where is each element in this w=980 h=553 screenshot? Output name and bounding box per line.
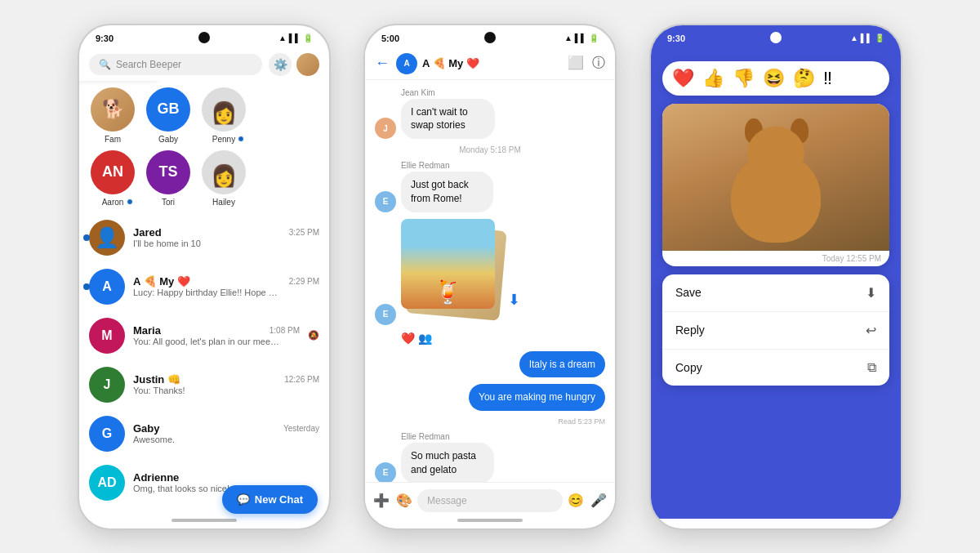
story-label-fam: Fam	[105, 135, 121, 144]
status-bar-1: 9:30 ▲ ▌▌ 🔋	[79, 25, 329, 48]
header-icons: ⚙️	[269, 53, 319, 76]
aaron-unread-dot	[127, 198, 133, 205]
mic-icon[interactable]: 🎤	[590, 493, 607, 508]
heart-reaction[interactable]: ❤️	[401, 332, 415, 345]
story-gaby[interactable]: GB Gaby	[146, 87, 190, 144]
emoji-icon[interactable]: 😊	[568, 493, 584, 508]
notch-1	[198, 32, 210, 43]
video-icon[interactable]: ⬜	[568, 55, 584, 72]
home-indicator-3	[743, 519, 808, 522]
avatar-adrienne: AD	[89, 465, 125, 501]
context-save-label: Save	[675, 286, 702, 299]
battery-icon: 🔋	[303, 33, 313, 42]
phone1-content: 🔍 Search Beeper ⚙️ Welcome to blue bubbl…	[79, 48, 329, 519]
chat-input-bar: ➕ 🎨 Message 😊 🎤	[365, 482, 615, 519]
sticker-icon[interactable]: 🎨	[396, 493, 412, 508]
chat-item-jared[interactable]: 👤 Jared 3:25 PM I'll be home in 10	[79, 213, 329, 262]
chat-name-maria: Maria	[133, 324, 161, 337]
reaction-laugh[interactable]: 😆	[763, 68, 785, 89]
story-aaron[interactable]: AN Aaron	[91, 150, 135, 207]
avatar-jared: 👤	[89, 220, 125, 256]
download-icon[interactable]: ⬇	[508, 291, 520, 309]
reaction-think[interactable]: 🤔	[793, 68, 815, 89]
photo-card: Today 12:55 PM	[662, 104, 889, 266]
search-icon: 🔍	[99, 59, 111, 70]
chat-item-maria[interactable]: M Maria 1:08 PM You: All good, let's pla…	[79, 311, 329, 360]
chat-time-maria: 1:08 PM	[270, 326, 300, 335]
chat-item-gaby[interactable]: G Gaby Yesterday Awesome.	[79, 409, 329, 458]
msg-ellie-1: Just got back from Rome!	[401, 172, 493, 212]
context-save[interactable]: Save ⬇	[662, 274, 889, 312]
chat-header: ← A A 🍕 My ❤️ ⬜ ⓘ	[365, 48, 615, 80]
chat-preview-jared: I'll be home in 10	[133, 239, 280, 248]
wifi-icon-2: ▲	[564, 33, 572, 42]
search-placeholder: Search Beeper	[116, 59, 181, 70]
img-inner: 🍹	[401, 219, 495, 309]
story-label-gaby: Gaby	[158, 135, 178, 144]
story-circle-tori: TS	[146, 150, 190, 194]
info-icon[interactable]: ⓘ	[592, 55, 605, 72]
chat-item-amy[interactable]: A A 🍕 My ❤️ 2:29 PM Lucy: Happy birthday…	[79, 262, 329, 311]
user-avatar[interactable]	[296, 53, 319, 76]
context-reply[interactable]: Reply ↩	[662, 312, 889, 350]
story-fam[interactable]: Welcome to blue bubbles! 🐕 Fam	[91, 87, 135, 144]
new-chat-button[interactable]: 💬 New Chat	[222, 485, 318, 514]
story-hailey[interactable]: 👩 Hailey	[202, 150, 246, 207]
reaction-exclaim[interactable]: ‼️	[823, 68, 832, 89]
chat-item-justin[interactable]: J Justin 👊 12:26 PM You: Thanks!	[79, 360, 329, 409]
messages-area: J Jean Kim I can't wait to swap stories …	[365, 80, 615, 482]
plus-icon[interactable]: ➕	[373, 493, 390, 508]
reply-icon: ↩	[866, 323, 876, 338]
status-icons-1: ▲ ▌▌ 🔋	[278, 33, 313, 42]
story-tori[interactable]: TS Tori	[146, 150, 190, 207]
settings-button[interactable]: ⚙️	[269, 53, 292, 76]
img-front: 🍹	[401, 219, 495, 309]
unread-dot-jared	[83, 234, 90, 241]
chat-time-jared: 3:25 PM	[289, 228, 319, 237]
notch-3	[770, 32, 782, 43]
context-reply-label: Reply	[675, 323, 705, 337]
chat-preview-justin: You: Thanks!	[133, 386, 280, 395]
context-copy[interactable]: Copy ⧉	[662, 350, 889, 386]
avatar-jean: J	[375, 118, 396, 139]
message-row-image: E 🍹 ⬇	[375, 219, 605, 325]
reaction-thumbsup[interactable]: 👍	[702, 68, 724, 89]
story-circle-hailey: 👩	[202, 150, 246, 194]
save-icon: ⬇	[866, 285, 876, 301]
chat-input[interactable]: Message	[417, 489, 563, 512]
mute-icon-maria: 🔕	[308, 330, 319, 341]
back-button[interactable]: ←	[375, 55, 390, 72]
chat-preview-maria: You: All good, let's plan in our meeting…	[133, 337, 280, 346]
story-penny[interactable]: 👩 Penny	[202, 87, 246, 144]
photo-timestamp: Today 12:55 PM	[662, 251, 889, 266]
phone3-content: ❤️ 👍 👎 😆 🤔 ‼️ Today 12:55 PM	[651, 48, 901, 519]
reaction-heart[interactable]: ❤️	[672, 68, 694, 89]
unread-dot-amy	[83, 283, 90, 290]
new-chat-icon: 💬	[237, 493, 250, 506]
new-chat-label: New Chat	[255, 493, 303, 506]
chat-info-justin: Justin 👊 12:26 PM You: Thanks!	[133, 373, 319, 395]
signal-icon-2: ▌▌	[575, 33, 586, 42]
timestamp-monday: Monday 5:18 PM	[375, 145, 605, 154]
home-indicator-1	[172, 519, 237, 522]
wifi-icon: ▲	[278, 33, 287, 42]
signal-icon: ▌▌	[289, 33, 301, 42]
sender-ellie: Ellie Redman	[401, 161, 532, 170]
stories-row-1: Welcome to blue bubbles! 🐕 Fam GB Gaby 👩…	[79, 81, 329, 150]
chat-header-icons: ⬜ ⓘ	[568, 55, 605, 72]
message-row-sent-1: Italy is a dream	[375, 351, 605, 378]
context-menu: Save ⬇ Reply ↩ Copy ⧉	[662, 274, 889, 386]
chat-time-gaby: Yesterday	[283, 424, 319, 433]
msg-sent-1: Italy is a dream	[519, 351, 605, 378]
faces-reaction[interactable]: 👥	[418, 332, 432, 345]
search-input-wrap[interactable]: 🔍 Search Beeper	[89, 54, 262, 75]
chat-info-maria: Maria 1:08 PM You: All good, let's plan …	[133, 324, 300, 346]
header-avatar: A	[396, 53, 417, 74]
story-circle-penny: 👩	[202, 87, 246, 132]
message-row-ellie-2: E Ellie Redman So much pasta and gelato	[375, 432, 605, 481]
story-label-aaron: Aaron	[102, 198, 124, 207]
message-placeholder: Message	[427, 495, 467, 506]
reaction-thumbsdown[interactable]: 👎	[733, 68, 755, 89]
chat-time-justin: 12:26 PM	[284, 375, 319, 384]
story-circle-gaby: GB	[146, 87, 190, 132]
